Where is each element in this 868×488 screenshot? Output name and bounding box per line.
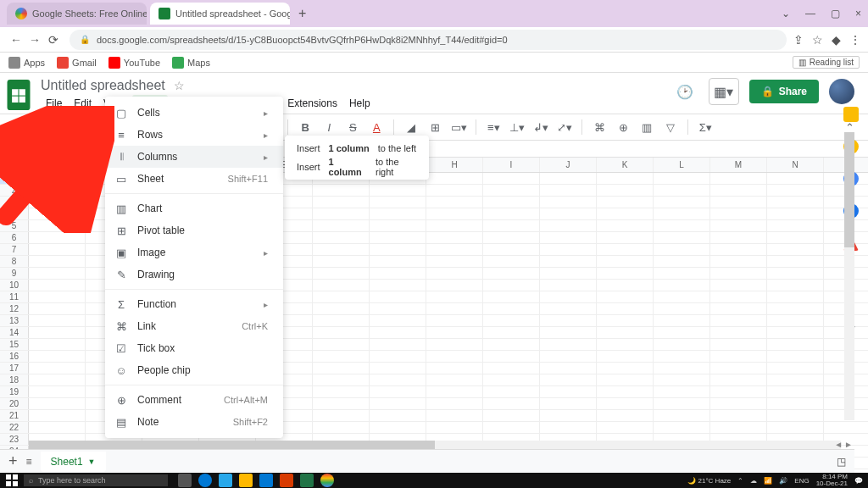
cell[interactable] [370, 232, 426, 243]
strike-button[interactable]: S [342, 117, 363, 137]
paint-format-button[interactable]: ⚆ [78, 117, 98, 137]
row-header[interactable]: 19 [0, 386, 29, 397]
cell[interactable] [313, 327, 370, 338]
cell[interactable] [370, 351, 426, 362]
calendar-icon[interactable] [843, 107, 859, 122]
tray-chevron-icon[interactable]: ⌃ [737, 477, 743, 485]
cell[interactable] [540, 232, 597, 243]
excel-icon[interactable] [300, 474, 314, 487]
cell[interactable] [29, 173, 86, 184]
cell[interactable] [370, 256, 426, 267]
cell[interactable] [767, 280, 824, 291]
browser-tab-active[interactable]: Untitled spreadsheet - Google Sh × [150, 3, 290, 25]
row-header[interactable]: 15 [0, 339, 29, 350]
text-color-button[interactable]: A [366, 117, 387, 137]
cell[interactable] [597, 244, 654, 255]
row-header[interactable]: 22 [0, 422, 29, 433]
cell[interactable] [767, 374, 824, 385]
cell[interactable] [313, 291, 370, 302]
menu-item-image[interactable]: ▣Image▸ [105, 241, 283, 263]
cell[interactable] [29, 351, 86, 362]
sheet-tab[interactable]: Sheet1 ▼ [41, 452, 106, 472]
row-header[interactable]: 12 [0, 303, 29, 314]
cell[interactable] [426, 410, 483, 421]
cell[interactable] [597, 410, 654, 421]
taskbar-search[interactable]: ⌕ Type here to search [24, 474, 168, 486]
add-sheet-button[interactable]: + [8, 452, 18, 470]
cell[interactable] [370, 220, 426, 231]
cortana-icon[interactable] [198, 474, 212, 487]
column-header[interactable]: I [483, 158, 540, 172]
row-header[interactable]: 2 [0, 185, 29, 196]
merge-button[interactable]: ▭▾ [448, 117, 469, 137]
cell[interactable] [597, 268, 654, 279]
valign-button[interactable]: ⊥▾ [507, 117, 527, 137]
maps-bookmark[interactable]: Maps [172, 57, 210, 69]
cell[interactable] [597, 291, 654, 302]
cell[interactable] [313, 339, 370, 350]
cell[interactable] [597, 185, 654, 196]
cell[interactable] [597, 232, 654, 243]
cell[interactable] [426, 244, 483, 255]
extension-icon[interactable]: ◆ [832, 33, 841, 47]
chevron-down-icon[interactable]: ⌄ [782, 8, 790, 19]
submenu-item[interactable]: Insert 1 column to the left [285, 139, 429, 158]
cell[interactable] [483, 208, 540, 219]
cell[interactable] [426, 268, 483, 279]
menu-item-tick-box[interactable]: ☑Tick box [105, 337, 283, 359]
language-icon[interactable]: ENG [794, 477, 809, 485]
cell[interactable] [540, 315, 597, 326]
cell[interactable] [654, 173, 710, 184]
cell[interactable] [313, 208, 370, 219]
menu-item-rows[interactable]: ≡Rows▸ [105, 124, 283, 146]
cell[interactable] [483, 363, 540, 374]
cell[interactable] [710, 422, 767, 433]
cell[interactable] [29, 280, 86, 291]
mail-icon[interactable] [259, 474, 273, 487]
cell[interactable] [654, 268, 710, 279]
cell[interactable] [654, 398, 710, 409]
cell[interactable] [654, 280, 710, 291]
cell[interactable] [483, 374, 540, 385]
cell[interactable] [483, 197, 540, 208]
cell[interactable] [426, 208, 483, 219]
cell[interactable] [483, 386, 540, 397]
cell[interactable] [370, 327, 426, 338]
row-header[interactable]: 9 [0, 268, 29, 279]
cell[interactable] [426, 232, 483, 243]
chart-button[interactable]: ▥ [637, 117, 657, 137]
cell[interactable] [29, 410, 86, 421]
menu-item-people-chip[interactable]: ☺People chip [105, 359, 283, 381]
cell[interactable] [710, 351, 767, 362]
cell[interactable] [426, 327, 483, 338]
start-button[interactable] [5, 474, 19, 487]
filter-button[interactable]: ▽ [660, 117, 681, 137]
name-box[interactable]: A1 [0, 141, 37, 157]
row-header[interactable]: 7 [0, 244, 29, 255]
cell[interactable] [426, 173, 483, 184]
explore-button[interactable]: ◳ [837, 456, 846, 468]
cell[interactable] [710, 386, 767, 397]
present-icon[interactable]: ▦▾ [709, 78, 739, 105]
browser-tab[interactable]: Google Sheets: Free Online Spre... × [7, 3, 147, 25]
cell[interactable] [540, 339, 597, 350]
cell[interactable] [767, 303, 824, 314]
cell[interactable] [767, 386, 824, 397]
cell[interactable] [654, 351, 710, 362]
gmail-bookmark[interactable]: Gmail [57, 57, 97, 69]
column-header[interactable]: M [710, 158, 767, 172]
cell[interactable] [370, 303, 426, 314]
cell[interactable] [654, 256, 710, 267]
cell[interactable] [370, 185, 426, 196]
cell[interactable] [313, 256, 370, 267]
redo-button[interactable]: ↷ [31, 117, 51, 137]
cell[interactable] [710, 339, 767, 350]
menu-item-drawing[interactable]: ✎Drawing [105, 263, 283, 286]
cell[interactable] [29, 268, 86, 279]
cell[interactable] [29, 291, 86, 302]
cell[interactable] [597, 386, 654, 397]
cell[interactable] [597, 256, 654, 267]
undo-button[interactable]: ↶ [7, 117, 27, 137]
cell[interactable] [540, 244, 597, 255]
cell[interactable] [767, 410, 824, 421]
